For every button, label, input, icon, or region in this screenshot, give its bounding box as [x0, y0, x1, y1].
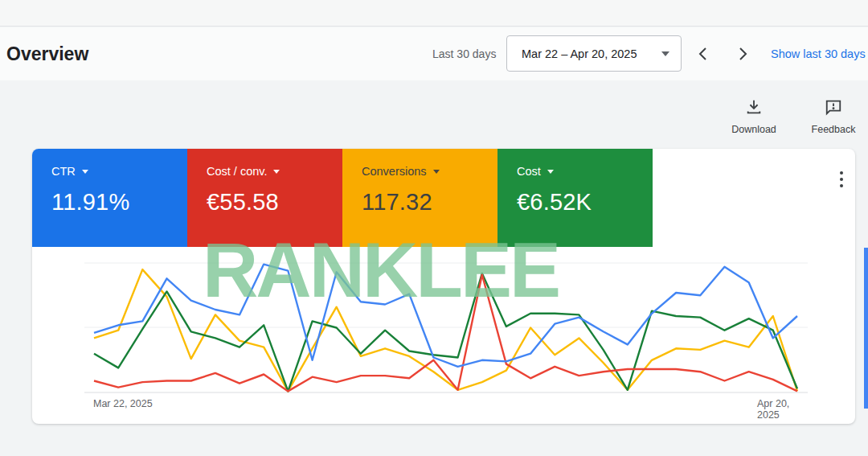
date-range-value: Mar 22 – Apr 20, 2025: [522, 47, 637, 60]
show-last-30-days-link[interactable]: Show last 30 days: [771, 47, 866, 60]
date-range-selector[interactable]: Mar 22 – Apr 20, 2025: [506, 35, 682, 72]
next-period-button[interactable]: [731, 43, 754, 65]
chevron-right-icon: [739, 47, 747, 61]
feedback-button[interactable]: Feedback: [797, 98, 868, 135]
timeseries-chart[interactable]: [32, 149, 855, 424]
feedback-icon: [825, 98, 842, 116]
download-label: Download: [718, 124, 790, 135]
overview-chart-panel: CTR 11.91% Cost / conv. €55.58 Conversio…: [32, 149, 855, 424]
page-title: Overview: [6, 43, 88, 65]
previous-period-button[interactable]: [691, 43, 714, 65]
x-axis-end-label: Apr 20, 2025: [757, 398, 806, 421]
chevron-left-icon: [698, 47, 707, 61]
series-ctr: [94, 265, 797, 367]
download-button[interactable]: Download: [718, 98, 790, 135]
scrollbar[interactable]: [864, 248, 868, 409]
x-axis-start-label: Mar 22, 2025: [93, 398, 153, 409]
series-conversions: [94, 269, 797, 391]
download-icon: [745, 98, 763, 116]
chevron-down-icon: [661, 51, 669, 56]
browser-top-strip: [0, 0, 868, 27]
date-range-preset-label: Last 30 days: [432, 47, 496, 60]
feedback-label: Feedback: [797, 124, 868, 135]
